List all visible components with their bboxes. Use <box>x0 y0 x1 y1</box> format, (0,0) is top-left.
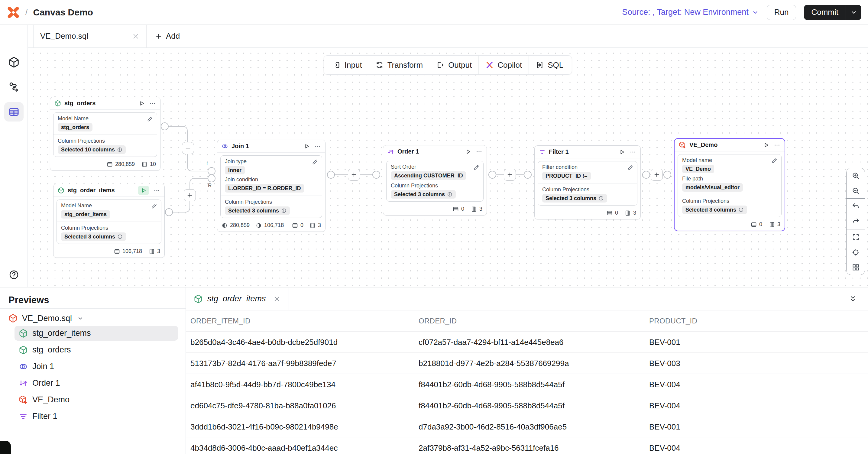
paradime-logo-icon[interactable] <box>7 6 20 19</box>
rail-table-button[interactable] <box>4 102 24 122</box>
port-order-output[interactable] <box>488 171 496 179</box>
tree-item-join-1[interactable]: Join 1 <box>0 358 186 375</box>
fit-view-button[interactable] <box>846 230 865 245</box>
insert-node-button[interactable] <box>182 142 194 154</box>
preview-tab-stg-order-items[interactable]: stg_order_items <box>186 287 289 310</box>
zoom-out-button[interactable] <box>846 183 865 198</box>
edit-pencil-icon[interactable] <box>473 164 479 171</box>
model-name-chip[interactable]: VE_Demo <box>682 165 714 173</box>
play-icon[interactable] <box>763 142 770 148</box>
table-row[interactable]: 3ddd1b6d-3021-4f16-b09c-980214b9498e d7d… <box>186 416 868 437</box>
file-path-chip[interactable]: models/visual_editor <box>682 183 743 192</box>
edit-pencil-icon[interactable] <box>771 157 778 164</box>
tree-item-ve-demo-sql[interactable]: VE_Demo.sql <box>0 312 186 325</box>
table-row[interactable]: af41b8c0-9f5d-44d9-bb7d-7800c49be134 f84… <box>186 374 868 395</box>
sort-order-chip[interactable]: Ascending CUSTOMER_ID <box>391 171 466 180</box>
canvas[interactable]: Input Transform Output Copilot SQL <box>28 48 868 287</box>
column-header[interactable]: ORDER_ITEM_ID <box>190 317 251 325</box>
output-button[interactable]: Output <box>430 56 478 74</box>
port-join-left-input[interactable] <box>208 167 216 175</box>
undo-button[interactable] <box>846 199 865 214</box>
tree-item-stg-orders[interactable]: stg_orders <box>0 341 186 358</box>
environment-selector[interactable]: Source: , Target: New Environment <box>622 7 759 17</box>
node-stg-order-items[interactable]: stg_order_items Model Name stg_order_ite… <box>53 184 165 258</box>
insert-node-button[interactable] <box>504 169 516 181</box>
insert-node-button[interactable] <box>651 169 663 181</box>
edit-pencil-icon[interactable] <box>147 116 153 122</box>
projections-chip[interactable]: Selected 3 columns <box>391 190 456 199</box>
port-filter-output[interactable] <box>642 171 650 179</box>
tree-item-filter-1[interactable]: Filter 1 <box>0 408 186 425</box>
table-row[interactable]: 513173b7-82d4-4176-aa7f-99b8389fede7 b21… <box>186 353 868 374</box>
tab-ve-demo-sql[interactable]: VE_Demo.sql <box>33 25 147 48</box>
edit-pencil-icon[interactable] <box>627 164 633 171</box>
model-name-chip[interactable]: stg_orders <box>58 123 92 131</box>
node-stg-orders[interactable]: stg_orders Model Name stg_orders Column … <box>50 97 160 171</box>
edit-pencil-icon[interactable] <box>151 203 157 209</box>
rail-help-button[interactable] <box>4 265 24 284</box>
zoom-in-button[interactable] <box>846 168 865 183</box>
more-options-icon[interactable] <box>476 148 483 155</box>
port-ve-demo-input[interactable] <box>663 171 671 179</box>
join-condition-chip[interactable]: L.ORDER_ID = R.ORDER_ID <box>225 184 304 192</box>
node-join-1[interactable]: Join 1 Join type Inner Join condition L.… <box>217 140 326 232</box>
node-ve-demo[interactable]: VE_Demo Model name VE_Demo File path mod… <box>674 138 785 231</box>
projections-chip[interactable]: Selected 3 columns <box>61 233 126 241</box>
tree-item-ve-demo[interactable]: VE_Demo <box>0 391 186 408</box>
filter-condition-chip[interactable]: PRODUCT_ID != <box>542 172 591 180</box>
run-button[interactable]: Run <box>767 5 796 20</box>
more-options-icon[interactable] <box>774 142 780 148</box>
layout-button[interactable] <box>846 260 865 275</box>
redo-button[interactable] <box>846 214 865 229</box>
port-stg-order-items-output[interactable] <box>165 208 173 216</box>
transform-button[interactable]: Transform <box>369 56 430 74</box>
edit-pencil-icon[interactable] <box>312 159 318 165</box>
close-icon[interactable] <box>132 32 140 40</box>
commit-button[interactable]: Commit <box>804 5 846 20</box>
input-button[interactable]: Input <box>326 56 369 74</box>
port-join-right-input[interactable] <box>208 174 216 182</box>
copilot-button[interactable]: Copilot <box>479 56 529 74</box>
row-count: 0 <box>751 221 762 228</box>
more-options-icon[interactable] <box>314 143 321 150</box>
projections-chip[interactable]: Selected 10 columns <box>58 145 126 154</box>
projections-chip[interactable]: Selected 3 columns <box>682 206 747 214</box>
port-filter-input[interactable] <box>524 171 532 179</box>
tree-item-stg-order-items[interactable]: stg_order_items <box>0 325 186 341</box>
insert-node-button[interactable] <box>348 169 360 181</box>
rail-models-button[interactable] <box>4 53 24 72</box>
node-order-1[interactable]: Order 1 Sort Order Ascending CUSTOMER_ID… <box>383 145 487 215</box>
sql-button[interactable]: SQL <box>529 56 570 74</box>
play-icon[interactable] <box>465 148 471 155</box>
port-join-output[interactable] <box>327 171 335 179</box>
play-icon[interactable] <box>304 143 310 150</box>
model-name-chip[interactable]: stg_order_items <box>61 210 110 218</box>
more-options-icon[interactable] <box>629 149 636 155</box>
collapse-panel-button[interactable] <box>849 295 857 303</box>
commit-dropdown-button[interactable] <box>846 5 861 20</box>
insert-node-button[interactable] <box>184 189 196 201</box>
play-button[interactable] <box>138 186 149 195</box>
column-header[interactable]: ORDER_ID <box>418 317 457 325</box>
tree-item-order-1[interactable]: Order 1 <box>0 375 186 391</box>
close-icon[interactable] <box>273 295 281 303</box>
locate-button[interactable] <box>846 245 865 260</box>
corner-widget[interactable] <box>0 441 11 454</box>
column-header[interactable]: PRODUCT_ID <box>649 317 697 325</box>
more-options-icon[interactable] <box>154 187 160 194</box>
table-row[interactable]: b265d0a4-3c46-4ae4-b0db-dcbe25df901d cf0… <box>186 332 868 353</box>
chevron-down-icon[interactable] <box>77 315 84 322</box>
more-options-icon[interactable] <box>149 100 156 107</box>
projections-chip[interactable]: Selected 3 columns <box>542 194 607 203</box>
play-icon[interactable] <box>619 149 625 155</box>
table-row[interactable]: ed604c75-dfe9-4780-81ba-b88a0fa01026 f84… <box>186 395 868 416</box>
rail-pipelines-button[interactable] <box>4 78 24 97</box>
table-row[interactable]: 4b34d8d6-3006-4b0c-aaad-b40ef1a344ec 2af… <box>186 437 868 454</box>
port-stg-orders-output[interactable] <box>161 122 168 130</box>
node-filter-1[interactable]: Filter 1 Filter condition PRODUCT_ID != … <box>534 145 641 219</box>
join-type-chip[interactable]: Inner <box>225 166 245 174</box>
port-order-input[interactable] <box>372 171 380 179</box>
projections-chip[interactable]: Selected 3 columns <box>225 207 290 215</box>
add-tab-button[interactable]: Add <box>147 25 188 48</box>
play-icon[interactable] <box>138 100 145 107</box>
